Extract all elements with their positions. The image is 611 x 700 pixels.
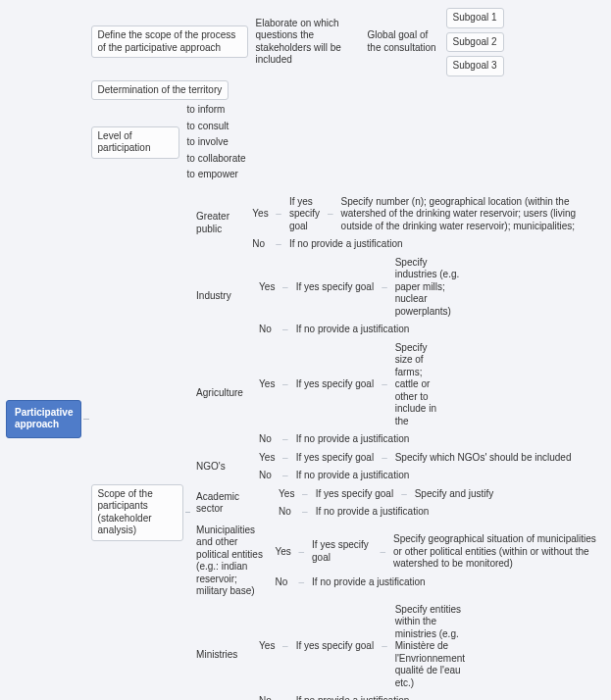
cat-ministries: Ministries Yes– If yes specify goal– Spe… — [190, 601, 607, 701]
label-academic[interactable]: Academic sector — [192, 489, 271, 518]
node-elaborate[interactable]: Elaborate on which questions the stakeho… — [252, 16, 360, 69]
branch-determination: Determination of the territory — [89, 78, 607, 103]
yes[interactable]: Yes — [248, 206, 272, 223]
cat-academic: Academic sector Yes– If yes specify goal… — [190, 485, 607, 522]
stakeholder-categories: Greater public Yes – If yes specify goal… — [190, 193, 607, 701]
label-agriculture[interactable]: Agriculture — [192, 385, 251, 402]
node-scope-participants[interactable]: Scope of the participants (stakeholder a… — [91, 484, 184, 541]
detail-agriculture: Specify size of farms; cattle or other t… — [391, 340, 450, 430]
node-level-involve[interactable]: to involve — [183, 135, 250, 150]
node-level-collaborate[interactable]: to collaborate — [183, 152, 250, 167]
label-public[interactable]: Greater public — [192, 209, 244, 237]
node-level-empower[interactable]: to empower — [183, 168, 250, 182]
level1-col: Define the scope of the process of the p… — [89, 6, 607, 700]
node-scope-process[interactable]: Define the scope of the process of the p… — [91, 25, 248, 58]
detail-muni: Specify geographical situation of munici… — [389, 531, 605, 573]
detail-academic: Specify and justify — [411, 486, 498, 503]
node-subgoal1[interactable]: Subgoal 1 — [446, 8, 504, 28]
no[interactable]: No — [248, 236, 272, 253]
detail-industry: Specify industries (e.g. paper mills; nu… — [391, 255, 470, 321]
mindmap-root-row: Participative approach Define the scope … — [4, 6, 607, 700]
root-node[interactable]: Participative approach — [6, 400, 81, 438]
cat-muni: Municipalities and other political entit… — [190, 522, 607, 601]
node-level-consult[interactable]: to consult — [183, 120, 250, 134]
branch-scope-process: Define the scope of the process of the p… — [89, 6, 607, 78]
node-subgoal3[interactable]: Subgoal 3 — [446, 56, 504, 76]
if-no-public[interactable]: If no provide a justification — [285, 236, 407, 253]
label-muni[interactable]: Municipalities and other political entit… — [192, 523, 267, 600]
label-ministries[interactable]: Ministries — [192, 647, 251, 664]
node-subgoal2[interactable]: Subgoal 2 — [446, 32, 504, 53]
node-level[interactable]: Level of participation — [91, 126, 179, 159]
detail-public: Specify number (n); geographical locatio… — [337, 194, 605, 235]
cat-industry: Industry Yes– If yes specify goal– Speci… — [190, 254, 607, 339]
cat-ngos: NGO's Yes– If yes specify goal– Specify … — [190, 449, 607, 485]
label-ngos[interactable]: NGO's — [192, 459, 251, 475]
branch-scope-participants: Scope of the participants (stakeholder a… — [89, 193, 607, 701]
cat-agriculture: Agriculture Yes– If yes specify goal– Sp… — [190, 339, 607, 449]
detail-ministries: Specify entities within the ministries (… — [391, 602, 480, 692]
node-determination[interactable]: Determination of the territory — [91, 80, 229, 101]
detail-ngos: Specify which NGOs' should be included — [391, 450, 576, 467]
node-global-goal[interactable]: Global goal of the consultation — [364, 27, 442, 56]
node-level-inform[interactable]: to inform — [183, 103, 250, 118]
branch-level: Level of participation to inform to cons… — [89, 102, 607, 183]
label-industry[interactable]: Industry — [192, 288, 251, 305]
cat-public: Greater public Yes – If yes specify goal… — [190, 193, 607, 254]
if-yes-public[interactable]: If yes specify goal — [285, 194, 324, 235]
